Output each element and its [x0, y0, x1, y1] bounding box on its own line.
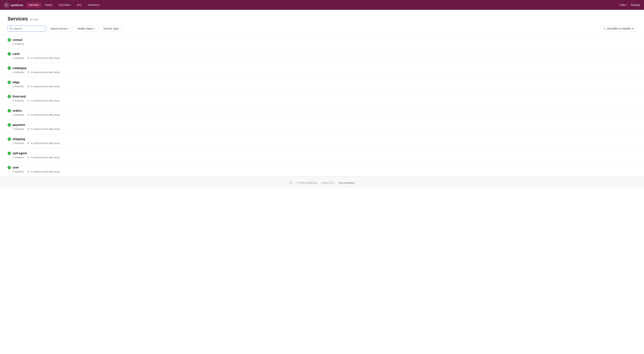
- service-meta: 1 Instance ⚙ in service mesh with proxy: [12, 156, 636, 159]
- instance-count: 1 Instance: [12, 85, 24, 88]
- main-content: Services 10 total 🔍 Search across ▾ Heal…: [0, 10, 644, 354]
- mesh-icon: ⚙: [27, 113, 30, 116]
- service-item-orders[interactable]: orders 1 Instance ⚙ in service mesh with…: [0, 106, 644, 120]
- service-name: catalogue: [12, 66, 27, 70]
- health-status-indicator: [8, 152, 11, 155]
- search-input[interactable]: [8, 26, 46, 32]
- service-item-front-end[interactable]: front-end 1 Instance ⚙ in service mesh w…: [0, 91, 644, 106]
- nav-item-nodes[interactable]: Nodes: [42, 2, 55, 8]
- mesh-icon: ⚙: [27, 142, 30, 145]
- mesh-badge: ⚙ in service mesh with proxy: [27, 142, 60, 145]
- mesh-label: in service mesh with proxy: [31, 156, 60, 159]
- service-name: orders: [12, 109, 22, 112]
- health-status-indicator: [8, 137, 11, 141]
- service-item-up9-agent[interactable]: up9-agent 1 Instance ⚙ in service mesh w…: [0, 148, 644, 162]
- instance-count: 1 Instance: [12, 170, 24, 173]
- instance-count: 1 Instance: [12, 71, 24, 74]
- service-type-chevron-icon: ▾: [120, 28, 121, 30]
- service-name-row: catalogue: [8, 66, 636, 70]
- service-item-carts[interactable]: carts 1 Instance ⚙ in service mesh with …: [0, 49, 644, 63]
- service-name: payment: [12, 123, 25, 127]
- service-name-row: payment: [8, 123, 636, 127]
- instance-count: 1 Instance: [12, 128, 24, 130]
- nav-right: Help ▾ Settings: [620, 4, 640, 7]
- mesh-icon: ⚙: [27, 99, 30, 102]
- mesh-label: in service mesh with proxy: [31, 113, 60, 116]
- svg-point-1: [6, 4, 7, 5]
- sort-button[interactable]: ⇅ Unhealthy to Healthy ▾: [600, 26, 636, 32]
- service-item-consul[interactable]: consul 1 Instance: [0, 35, 644, 49]
- service-type-label: Service Type: [104, 27, 119, 30]
- service-meta: 1 Instance ⚙ in service mesh with proxy: [12, 85, 636, 88]
- mesh-badge: ⚙ in service mesh with proxy: [27, 99, 60, 102]
- help-menu[interactable]: Help ▾: [620, 4, 627, 7]
- mesh-badge: ⚙ in service mesh with proxy: [27, 170, 60, 173]
- service-name: shipping: [12, 137, 25, 141]
- top-nav: up9demo Services Nodes Key/Value ACL Int…: [0, 0, 644, 10]
- service-item-payment[interactable]: payment 1 Instance ⚙ in service mesh wit…: [0, 120, 644, 134]
- nav-item-acl[interactable]: ACL: [74, 2, 84, 8]
- service-item-shipping[interactable]: shipping 1 Instance ⚙ in service mesh wi…: [0, 134, 644, 148]
- service-meta: 1 Instance ⚙ in service mesh with proxy: [12, 99, 636, 102]
- footer-copyright: © 2020 HashiCorp: [297, 181, 317, 184]
- health-status-label: Health Status: [77, 27, 93, 30]
- health-status-indicator: [8, 166, 11, 169]
- mesh-label: in service mesh with proxy: [31, 71, 60, 74]
- footer-logo: [289, 181, 293, 185]
- mesh-badge: ⚙ in service mesh with proxy: [27, 127, 60, 130]
- page-count: 10 total: [30, 18, 38, 21]
- instance-count: 1 Instance: [12, 156, 24, 159]
- service-type-button[interactable]: Service Type ▾: [100, 26, 124, 32]
- instance-count: 1 Instance: [12, 42, 24, 45]
- health-status-indicator: [8, 81, 11, 84]
- mesh-badge: ⚙ in service mesh with proxy: [27, 113, 60, 116]
- service-meta: 1 Instance: [12, 42, 636, 45]
- settings-menu[interactable]: Settings: [630, 4, 640, 7]
- health-status-chevron-icon: ▾: [94, 28, 96, 30]
- service-item-catalogue[interactable]: catalogue 1 Instance ⚙ in service mesh w…: [0, 63, 644, 77]
- nav-item-intentions[interactable]: Intentions: [85, 2, 102, 8]
- search-icon: 🔍: [10, 27, 13, 30]
- nav-item-keyvalue[interactable]: Key/Value: [56, 2, 73, 8]
- service-meta: 1 Instance ⚙ in service mesh with proxy: [12, 142, 636, 145]
- nav-item-services[interactable]: Services: [26, 2, 42, 8]
- mesh-badge: ⚙ in service mesh with proxy: [27, 156, 60, 159]
- service-meta: 1 Instance ⚙ in service mesh with proxy: [12, 170, 636, 173]
- nav-logo[interactable]: up9demo: [4, 2, 23, 8]
- health-status-indicator: [8, 109, 11, 112]
- svg-point-2: [290, 182, 292, 183]
- service-name-row: up9-agent: [8, 152, 636, 155]
- service-meta: 1 Instance ⚙ in service mesh with proxy: [12, 113, 636, 116]
- service-meta: 1 Instance ⚙ in service mesh with proxy: [12, 127, 636, 130]
- mesh-badge: ⚙ in service mesh with proxy: [27, 85, 60, 88]
- mesh-icon: ⚙: [27, 156, 30, 159]
- health-status-indicator: [8, 123, 11, 127]
- service-name: up9-agent: [12, 152, 27, 155]
- service-item-user[interactable]: user 1 Instance ⚙ in service mesh with p…: [0, 162, 644, 176]
- search-across-label: Search across: [50, 27, 67, 30]
- mesh-badge: ⚙ in service mesh with proxy: [27, 71, 60, 74]
- search-across-button[interactable]: Search across ▾: [48, 26, 72, 32]
- service-name-row: shipping: [8, 137, 636, 141]
- footer-docs-link[interactable]: Documentation: [338, 181, 355, 184]
- service-item-edge[interactable]: edge 1 Instance ⚙ in service mesh with p…: [0, 77, 644, 91]
- health-status-indicator: [8, 52, 11, 56]
- service-name: carts: [12, 52, 20, 56]
- sort-label: Unhealthy to Healthy: [606, 27, 631, 30]
- service-list: consul 1 Instance carts 1 Instance ⚙ in …: [0, 35, 644, 176]
- service-name: front-end: [12, 95, 26, 98]
- sort-icon: ⇅: [603, 27, 606, 30]
- health-status-button[interactable]: Health Status ▾: [74, 26, 98, 32]
- instance-count: 1 Instance: [12, 99, 24, 102]
- mesh-label: in service mesh with proxy: [31, 128, 60, 130]
- instance-count: 1 Instance: [12, 113, 24, 116]
- mesh-icon: ⚙: [27, 170, 30, 173]
- page-header: Services 10 total: [0, 10, 644, 26]
- page-title: Services: [8, 16, 28, 22]
- health-status-indicator: [8, 38, 11, 42]
- footer: © 2020 HashiCorp Consul 1.9.1 Documentat…: [0, 176, 644, 189]
- mesh-icon: ⚙: [27, 85, 30, 88]
- service-name-row: user: [8, 166, 636, 169]
- service-name: user: [12, 166, 19, 169]
- mesh-label: in service mesh with proxy: [31, 170, 60, 173]
